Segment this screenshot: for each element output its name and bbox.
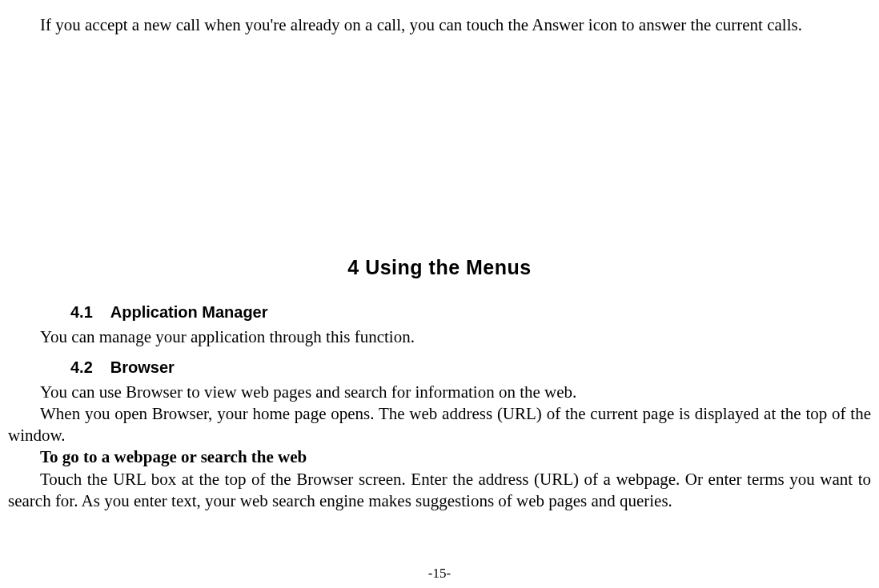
section-4-2-body-1: You can use Browser to view web pages an… bbox=[8, 382, 871, 403]
section-heading-4-2: 4.2Browser bbox=[70, 358, 871, 377]
section-number: 4.2 bbox=[70, 358, 93, 377]
page-number: -15- bbox=[0, 566, 879, 582]
section-title: Browser bbox=[110, 358, 175, 376]
intro-paragraph: If you accept a new call when you're alr… bbox=[8, 14, 871, 36]
section-heading-4-1: 4.1Application Manager bbox=[70, 303, 871, 322]
document-page: If you accept a new call when you're alr… bbox=[0, 0, 879, 512]
section-number: 4.1 bbox=[70, 303, 93, 322]
chapter-title: 4 Using the Menus bbox=[8, 36, 871, 294]
section-4-1-body: You can manage your application through … bbox=[8, 326, 871, 348]
section-title: Application Manager bbox=[110, 303, 268, 321]
section-4-2-body-3: Touch the URL box at the top of the Brow… bbox=[8, 469, 871, 513]
section-4-2-subhead: To go to a webpage or search the web bbox=[8, 446, 871, 468]
section-4-2-body-2: When you open Browser, your home page op… bbox=[8, 403, 871, 447]
